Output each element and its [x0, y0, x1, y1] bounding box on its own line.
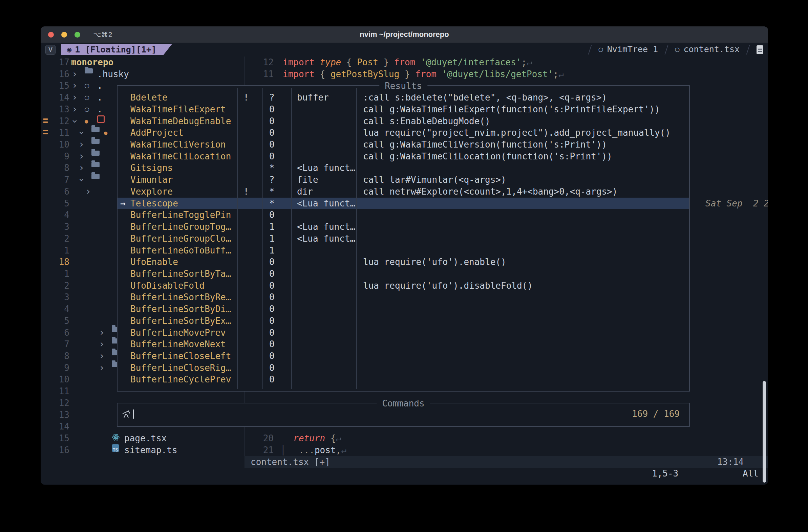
result-row[interactable]: BufferLineTogglePin0: [117, 209, 689, 221]
command-name: UfoDisableFold: [130, 280, 204, 292]
result-row[interactable]: BufferLineCloseRig…0: [117, 362, 689, 374]
command-name: Vimuntar: [130, 174, 173, 186]
code-token: ▏: [283, 445, 288, 455]
minimize-button[interactable]: [61, 32, 67, 38]
result-row[interactable]: UfoDisableFold0lua require('ufo').disabl…: [117, 280, 689, 292]
code-token: ;: [553, 69, 558, 79]
command-name: BufferLineMovePrev: [130, 327, 226, 339]
record-dot-icon: ◉: [67, 44, 71, 55]
code-token: [437, 69, 442, 79]
code-token: {: [346, 57, 357, 67]
code-line-number: 21: [249, 444, 274, 456]
result-row[interactable]: BufferLineGoToBuff…1: [117, 245, 689, 256]
command-name: BufferLineGoToBuff…: [130, 245, 231, 256]
result-row[interactable]: BufferLineSortByRe…0: [117, 291, 689, 303]
scrollbar-thumb[interactable]: [763, 381, 766, 482]
code-token: [283, 433, 293, 443]
command-definition: lua require('ufo').disableFold(): [363, 280, 533, 292]
code-token: from: [415, 69, 437, 79]
tab-nvimtree[interactable]: ○ NvimTree_1: [599, 44, 658, 56]
terminal-window: ⌥⌘2 nvim ~/project/monorepo V ◉ 1 [Float…: [41, 26, 768, 484]
command-name: BufferLineCloseLeft: [130, 350, 231, 362]
code-line[interactable]: import { getPostBySlug } from '@duyet/li…: [283, 68, 564, 80]
code-token: import: [283, 69, 315, 79]
command-nargs: 0: [269, 103, 275, 115]
code-token: ,: [336, 445, 341, 455]
code-token: ↵: [341, 445, 346, 455]
code-line[interactable]: return {↵: [283, 433, 341, 444]
prompt-input[interactable]: 169 / 169: [117, 408, 689, 420]
close-button[interactable]: [48, 32, 54, 38]
result-row[interactable]: Vexplore!*dircall netrw#Explore(<count>,…: [117, 186, 689, 198]
editor-clock-text: Sat Sep 2 23:1: [705, 198, 768, 209]
result-row[interactable]: WakaTimeDebugEnable0call s:EnableDebugMo…: [117, 115, 689, 127]
command-complete: file: [297, 174, 318, 186]
titlebar[interactable]: ⌥⌘2 nvim ~/project/monorepo: [41, 26, 768, 43]
result-row[interactable]: Bdelete!?buffer:call s:bdelete("bdelete"…: [117, 92, 689, 103]
tab-active-label: 1 [Floating][1+]: [75, 44, 157, 55]
tab-content-tsx[interactable]: ○ content.tsx: [675, 44, 740, 56]
command-name: BufferLineSortByEx…: [130, 315, 231, 327]
results-title: Results: [379, 80, 427, 92]
code-line[interactable]: ▏ ...post,↵: [283, 444, 346, 456]
command-name: Gitsigns: [130, 162, 173, 174]
telescope-icon: [122, 409, 131, 422]
result-row[interactable]: WakaTimeFileExpert0call g:WakaTimeFileEx…: [117, 103, 689, 115]
buffer-tabs: ○ NvimTree_1 ○ content.tsx: [590, 44, 763, 56]
result-row[interactable]: AddProject0lua require("project_nvim.pro…: [117, 127, 689, 139]
command-nargs: 0: [269, 362, 275, 374]
prompt-title: Commands: [377, 398, 430, 409]
code-line[interactable]: import type { Post } from '@duyet/interf…: [283, 57, 532, 68]
command-name: BufferLineSortByRe…: [130, 291, 231, 303]
command-nargs: *: [269, 162, 275, 174]
command-name: WakaTimeDebugEnable: [130, 115, 231, 127]
code-line-number: 20: [249, 433, 274, 444]
code-token: getPostBySlug: [331, 69, 400, 79]
tab-separator: [588, 45, 592, 55]
result-row[interactable]: BufferLineMoveNext0: [117, 338, 689, 350]
result-row[interactable]: Gitsigns*<Lua funct…: [117, 162, 689, 174]
selection-caret-icon: →: [120, 198, 126, 209]
code-token: ↵: [336, 433, 341, 443]
zoom-button[interactable]: [74, 32, 80, 38]
command-nargs: 1: [269, 233, 275, 245]
result-row[interactable]: BufferLineSortByDi…0: [117, 303, 689, 315]
result-row[interactable]: BufferLineGroupTog…1<Lua funct…: [117, 221, 689, 233]
command-bang: !: [243, 186, 249, 198]
statusline-filename: content.tsx [+]: [251, 456, 330, 468]
command-name: WakaTimeFileExpert: [130, 103, 226, 115]
document-icon[interactable]: [756, 45, 763, 54]
statusline-time: 13:14: [717, 456, 743, 468]
result-row[interactable]: BufferLineCloseLeft0: [117, 350, 689, 362]
result-row[interactable]: Vimuntar?filecall tar#Vimuntar(<q-args>): [117, 174, 689, 186]
result-row[interactable]: WakaTimeCliVersion0call g:WakaTimeCliVer…: [117, 139, 689, 151]
tab-active-floating[interactable]: ◉ 1 [Floating][1+]: [61, 44, 172, 55]
command-nargs: 0: [269, 280, 275, 292]
result-row[interactable]: BufferLineSortByEx…0: [117, 315, 689, 327]
code-token: {: [331, 433, 336, 443]
command-nargs: 0: [269, 327, 275, 339]
command-nargs: ?: [269, 92, 275, 103]
tab-separator: [746, 45, 750, 55]
command-name: Bdelete: [130, 92, 168, 103]
command-name: BufferLineSortByTa…: [130, 268, 231, 280]
command-nargs: 0: [269, 338, 275, 350]
result-row[interactable]: BufferLineCyclePrev0: [117, 374, 689, 385]
command-complete: <Lua funct…: [297, 162, 355, 174]
result-row[interactable]: →Telescope*<Lua funct…: [117, 198, 689, 209]
code-token: [315, 57, 320, 67]
command-definition: call netrw#Explore(<count>,1,4+<bang>0,<…: [363, 186, 617, 198]
command-nargs: 0: [269, 209, 275, 221]
statusline: content.tsx [+] 13:14: [244, 456, 768, 468]
result-row[interactable]: BufferLineMovePrev0: [117, 327, 689, 339]
command-name: UfoEnable: [130, 256, 178, 268]
terminal-logo-badge: V: [45, 45, 56, 55]
command-nargs: 0: [269, 350, 275, 362]
result-row[interactable]: UfoEnable0lua require('ufo').enable(): [117, 256, 689, 268]
tab-nvimtree-label: NvimTree_1: [607, 44, 658, 56]
result-row[interactable]: BufferLineGroupClo…1<Lua funct…: [117, 233, 689, 245]
telescope-prompt-window: Commands 169 / 169: [117, 403, 690, 427]
tabline: V ◉ 1 [Floating][1+] ○ NvimTree_1 ○ cont…: [41, 44, 768, 56]
result-row[interactable]: BufferLineSortByTa…0: [117, 268, 689, 280]
result-row[interactable]: WakaTimeCliLocation0call g:WakaTimeCliLo…: [117, 151, 689, 163]
